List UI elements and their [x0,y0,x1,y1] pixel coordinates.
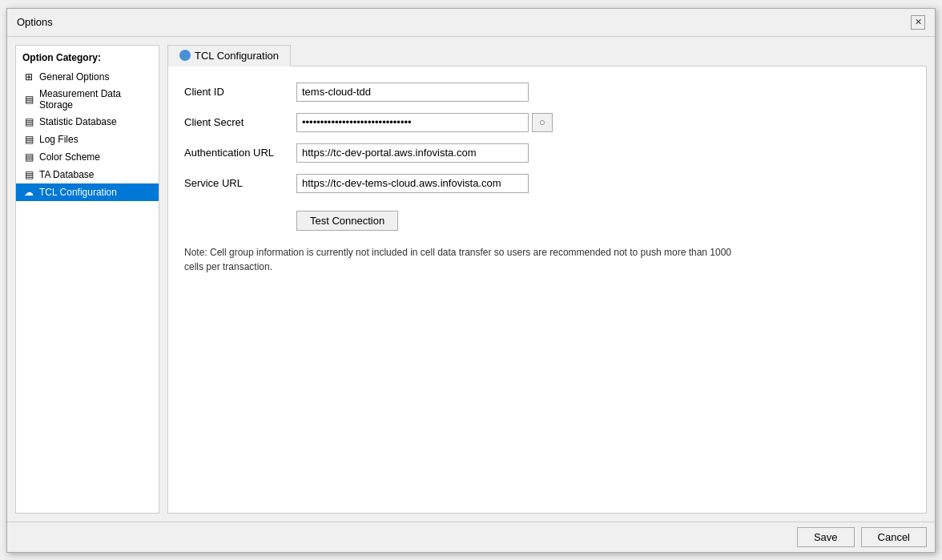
title-bar: Options ✕ [7,9,935,37]
sidebar: Option Category: ⊞ General Options ▤ Mea… [15,45,159,514]
tab-label: TCL Configuration [195,50,279,62]
client-id-group: Client ID [184,83,910,102]
tab-tcl-configuration[interactable]: TCL Configuration [167,45,291,66]
auth-url-group: Authentication URL [184,143,910,163]
reveal-icon: ○ [539,116,545,128]
sidebar-item-statistic-database[interactable]: ▤ Statistic Database [16,113,159,131]
client-secret-label: Client Secret [184,116,296,128]
tab-cloud-icon [179,50,191,61]
sidebar-item-label: TCL Configuration [39,187,117,198]
sidebar-item-label: Color Scheme [39,151,100,163]
service-url-input[interactable] [296,174,529,193]
service-url-group: Service URL [184,174,910,193]
dialog-footer: Save Cancel [7,522,935,552]
sidebar-item-label: TA Database [39,169,94,180]
sidebar-item-label: Statistic Database [39,116,117,127]
sidebar-item-measurement-data-storage[interactable]: ▤ Measurement Data Storage [16,86,159,113]
log-files-icon: ▤ [22,133,35,146]
dialog-title: Options [17,16,53,28]
client-id-input[interactable] [296,83,529,102]
sidebar-item-log-files[interactable]: ▤ Log Files [16,131,159,148]
auth-url-input[interactable] [296,143,529,163]
note-text: Note: Cell group information is currentl… [184,245,745,274]
sidebar-item-label: Measurement Data Storage [39,88,152,111]
save-button[interactable]: Save [797,527,855,547]
general-options-icon: ⊞ [22,71,35,83]
sidebar-item-ta-database[interactable]: ▤ TA Database [16,166,159,183]
sidebar-item-color-scheme[interactable]: ▤ Color Scheme [16,148,159,166]
sidebar-item-label: Log Files [39,134,78,145]
service-url-label: Service URL [184,177,296,189]
client-secret-input[interactable] [296,113,529,132]
color-scheme-icon: ▤ [22,151,35,163]
reveal-secret-button[interactable]: ○ [532,113,553,132]
ta-database-icon: ▤ [22,168,35,181]
auth-url-label: Authentication URL [184,147,296,159]
secret-wrapper: ○ [296,113,553,132]
sidebar-label: Option Category: [16,49,159,68]
main-panel: TCL Configuration Client ID Client Secre… [167,45,927,514]
measurement-data-storage-icon: ▤ [22,93,35,106]
client-secret-group: Client Secret ○ [184,113,910,132]
tcl-configuration-icon: ☁ [22,186,35,199]
sidebar-item-tcl-configuration[interactable]: ☁ TCL Configuration [16,183,159,201]
client-id-label: Client ID [184,86,296,98]
content-area: Option Category: ⊞ General Options ▤ Mea… [15,45,927,514]
tab-bar: TCL Configuration [167,45,927,66]
panel-content: Client ID Client Secret ○ [167,66,927,514]
sidebar-item-label: General Options [39,71,109,83]
options-dialog: Options ✕ Option Category: ⊞ General Opt… [6,8,936,553]
cancel-button[interactable]: Cancel [861,527,927,547]
close-button[interactable]: ✕ [911,15,925,30]
statistic-database-icon: ▤ [22,115,35,128]
sidebar-item-general-options[interactable]: ⊞ General Options [16,68,159,86]
dialog-body: Option Category: ⊞ General Options ▤ Mea… [7,37,935,522]
test-connection-button[interactable]: Test Connection [296,211,398,231]
